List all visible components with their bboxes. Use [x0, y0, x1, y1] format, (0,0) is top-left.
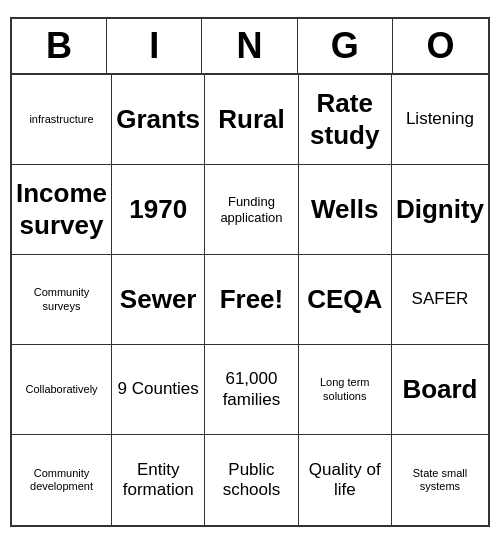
- cell-text-19: Board: [402, 374, 477, 405]
- cell-text-1: Grants: [116, 104, 200, 135]
- cell-text-10: Community surveys: [16, 286, 107, 312]
- bingo-cell-12: Free!: [205, 255, 298, 345]
- cell-text-17: 61,000 families: [209, 369, 293, 410]
- bingo-cell-7: Funding application: [205, 165, 298, 255]
- cell-text-22: Public schools: [209, 460, 293, 501]
- cell-text-14: SAFER: [412, 289, 469, 309]
- bingo-letter-b: B: [12, 19, 107, 73]
- cell-text-18: Long term solutions: [303, 376, 387, 402]
- bingo-cell-9: Dignity: [392, 165, 488, 255]
- cell-text-3: Rate study: [303, 88, 387, 150]
- bingo-grid: infrastructureGrantsRuralRate studyListe…: [12, 75, 488, 525]
- bingo-cell-13: CEQA: [299, 255, 392, 345]
- cell-text-5: Income survey: [16, 178, 107, 240]
- cell-text-0: infrastructure: [29, 113, 93, 126]
- bingo-cell-20: Community development: [12, 435, 112, 525]
- cell-text-15: Collaboratively: [25, 383, 97, 396]
- bingo-cell-5: Income survey: [12, 165, 112, 255]
- bingo-cell-23: Quality of life: [299, 435, 392, 525]
- bingo-cell-24: State small systems: [392, 435, 488, 525]
- cell-text-2: Rural: [218, 104, 284, 135]
- cell-text-13: CEQA: [307, 284, 382, 315]
- cell-text-23: Quality of life: [303, 460, 387, 501]
- cell-text-7: Funding application: [209, 194, 293, 225]
- cell-text-9: Dignity: [396, 194, 484, 225]
- bingo-cell-0: infrastructure: [12, 75, 112, 165]
- bingo-cell-1: Grants: [112, 75, 205, 165]
- cell-text-11: Sewer: [120, 284, 197, 315]
- bingo-cell-14: SAFER: [392, 255, 488, 345]
- bingo-letter-g: G: [298, 19, 393, 73]
- bingo-cell-4: Listening: [392, 75, 488, 165]
- bingo-cell-8: Wells: [299, 165, 392, 255]
- bingo-cell-3: Rate study: [299, 75, 392, 165]
- cell-text-16: 9 Counties: [118, 379, 199, 399]
- bingo-card: BINGO infrastructureGrantsRuralRate stud…: [10, 17, 490, 527]
- bingo-cell-15: Collaboratively: [12, 345, 112, 435]
- cell-text-20: Community development: [16, 467, 107, 493]
- bingo-cell-17: 61,000 families: [205, 345, 298, 435]
- bingo-cell-16: 9 Counties: [112, 345, 205, 435]
- bingo-header: BINGO: [12, 19, 488, 75]
- cell-text-6: 1970: [129, 194, 187, 225]
- bingo-cell-11: Sewer: [112, 255, 205, 345]
- bingo-letter-o: O: [393, 19, 488, 73]
- bingo-cell-6: 1970: [112, 165, 205, 255]
- bingo-letter-n: N: [202, 19, 297, 73]
- cell-text-21: Entity formation: [116, 460, 200, 501]
- bingo-cell-21: Entity formation: [112, 435, 205, 525]
- bingo-cell-19: Board: [392, 345, 488, 435]
- bingo-letter-i: I: [107, 19, 202, 73]
- cell-text-4: Listening: [406, 109, 474, 129]
- cell-text-12: Free!: [220, 284, 284, 315]
- cell-text-24: State small systems: [396, 467, 484, 493]
- bingo-cell-2: Rural: [205, 75, 298, 165]
- bingo-cell-22: Public schools: [205, 435, 298, 525]
- bingo-cell-10: Community surveys: [12, 255, 112, 345]
- cell-text-8: Wells: [311, 194, 378, 225]
- bingo-cell-18: Long term solutions: [299, 345, 392, 435]
